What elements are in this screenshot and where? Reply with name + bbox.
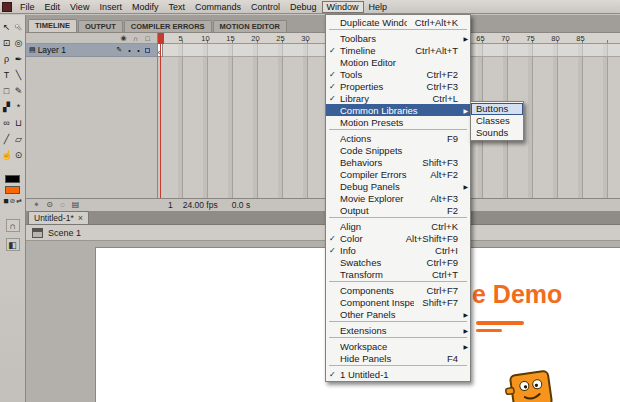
outline-icon[interactable]: □ <box>143 35 152 42</box>
menu-item-movie-explorer[interactable]: Movie ExplorerAlt+F3 <box>326 192 470 204</box>
submenu-item-buttons[interactable]: Buttons <box>471 103 523 115</box>
deco-tool[interactable]: * <box>13 100 25 113</box>
menu-item-timeline[interactable]: ✓TimelineCtrl+Alt+T <box>326 44 470 56</box>
scene-breadcrumb[interactable]: Scene 1 <box>48 228 81 238</box>
bone-tool[interactable]: ∞ <box>1 116 13 129</box>
lock-icon[interactable]: ∩ <box>131 35 140 42</box>
line-tool[interactable]: ╲ <box>13 68 25 81</box>
panel-tab-output[interactable]: OUTPUT <box>78 20 123 32</box>
menu-item-duplicate-window[interactable]: Duplicate WindowCtrl+Alt+K <box>326 16 470 28</box>
panel-tab-motion-editor[interactable]: MOTION EDITOR <box>213 20 287 32</box>
frame-rate-value[interactable]: 24.00 fps <box>183 200 218 210</box>
brush-tool[interactable]: ▞ <box>1 100 13 113</box>
menu-item-actions[interactable]: ActionsF9 <box>326 132 470 144</box>
swap-colors-icon[interactable]: ⇄ <box>16 197 21 205</box>
selection-tool[interactable]: ↖ <box>1 20 13 33</box>
ruler-number: 15 <box>218 34 243 43</box>
eraser-tool[interactable]: ▱ <box>13 132 25 145</box>
playhead-handle[interactable] <box>158 33 164 44</box>
color-swatches: ◼⊘⇄ <box>0 175 25 205</box>
layer-lock-dot[interactable]: • <box>134 47 143 54</box>
pencil-tool[interactable]: ✎ <box>13 84 25 97</box>
timeline-layer-row[interactable]: ▤ Layer 1 ✎ • • <box>26 44 157 57</box>
paint-bucket-tool[interactable]: ⊔ <box>13 116 25 129</box>
menu-item-workspace[interactable]: Workspace▶ <box>326 340 470 352</box>
onion-skin-outlines-icon[interactable]: ◌ <box>56 200 69 210</box>
panel-tab-compiler-errors[interactable]: COMPILER ERRORS <box>124 20 212 32</box>
menu-item-toolbars[interactable]: Toolbars▶ <box>326 32 470 44</box>
subselection-tool[interactable]: ↖ <box>13 20 25 33</box>
lasso-tool[interactable]: ρ <box>1 52 13 65</box>
menubar-item-insert[interactable]: Insert <box>94 1 127 13</box>
pen-tool[interactable]: ✒ <box>13 52 25 65</box>
menu-item-output[interactable]: OutputF2 <box>326 204 470 216</box>
menu-item-code-snippets[interactable]: Code Snippets <box>326 144 470 156</box>
show-hide-icon[interactable]: ◉ <box>119 34 128 42</box>
menu-item-extensions[interactable]: Extensions▶ <box>326 324 470 336</box>
menu-item-behaviors[interactable]: BehaviorsShift+F3 <box>326 156 470 168</box>
menu-item-info[interactable]: ✓InfoCtrl+I <box>326 244 470 256</box>
menu-item-other-panels[interactable]: Other Panels▶ <box>326 308 470 320</box>
3d-rotation-tool[interactable]: ◎ <box>13 36 25 49</box>
menu-item-label: Debug Panels <box>340 181 450 192</box>
menu-item-shortcut: Ctrl+F2 <box>427 69 458 80</box>
menu-item-transform[interactable]: TransformCtrl+T <box>326 268 470 280</box>
menubar-item-help[interactable]: Help <box>364 1 393 13</box>
rectangle-tool[interactable]: □ <box>1 84 13 97</box>
center-frame-icon[interactable]: ⌖ <box>30 200 43 210</box>
menu-item-properties[interactable]: ✓PropertiesCtrl+F3 <box>326 80 470 92</box>
no-color-icon[interactable]: ⊘ <box>10 197 15 205</box>
menubar-item-control[interactable]: Control <box>246 1 285 13</box>
menubar-item-window[interactable]: Window <box>322 1 364 13</box>
free-transform-tool[interactable]: ⊡ <box>1 36 13 49</box>
menu-item-hide-panels[interactable]: Hide PanelsF4 <box>326 352 470 364</box>
menu-item-motion-presets[interactable]: Motion Presets <box>326 116 470 128</box>
menu-item-component-inspector[interactable]: Component InspectorShift+F7 <box>326 296 470 308</box>
menu-item-debug-panels[interactable]: Debug Panels▶ <box>326 180 470 192</box>
layer-visibility-dot[interactable]: • <box>125 47 134 54</box>
eyedropper-tool[interactable]: ╱ <box>1 132 13 145</box>
menubar-item-file[interactable]: File <box>15 1 40 13</box>
menu-item-1-untitled-1[interactable]: ✓1 Untitled-1 <box>326 368 470 380</box>
submenu-item-sounds[interactable]: Sounds <box>471 127 523 139</box>
menu-item-compiler-errors[interactable]: Compiler ErrorsAlt+F2 <box>326 168 470 180</box>
submenu-item-classes[interactable]: Classes <box>471 115 523 127</box>
mascot-graphic <box>502 367 562 402</box>
snap-to-objects-button[interactable]: ∩ <box>6 219 20 232</box>
menu-item-shortcut: Alt+F2 <box>430 169 458 180</box>
default-colors-icon[interactable]: ◼ <box>3 197 8 205</box>
text-tool[interactable]: T <box>1 68 13 81</box>
onion-skin-icon[interactable]: ⊙ <box>43 200 56 210</box>
edit-multiple-frames-icon[interactable]: ▤ <box>69 200 82 210</box>
check-icon: ✓ <box>329 370 340 379</box>
menu-item-motion-editor[interactable]: Motion Editor <box>326 56 470 68</box>
document-tab[interactable]: Untitled-1* × <box>28 211 89 224</box>
menubar-item-view[interactable]: View <box>65 1 94 13</box>
menu-item-color[interactable]: ✓ColorAlt+Shift+F9 <box>326 232 470 244</box>
menu-item-swatches[interactable]: SwatchesCtrl+F9 <box>326 256 470 268</box>
menubar-item-edit[interactable]: Edit <box>40 1 66 13</box>
menu-item-label: Motion Editor <box>340 57 450 68</box>
menu-item-tools[interactable]: ✓ToolsCtrl+F2 <box>326 68 470 80</box>
layer-outline-color[interactable] <box>145 48 150 53</box>
tool-option-button[interactable]: ◧ <box>6 238 20 251</box>
panel-tab-timeline[interactable]: TIMELINE <box>28 19 77 32</box>
menu-item-components[interactable]: ComponentsCtrl+F7 <box>326 284 470 296</box>
stroke-color-swatch[interactable] <box>5 175 20 183</box>
close-icon[interactable]: × <box>78 213 83 223</box>
fill-color-swatch[interactable] <box>5 186 20 194</box>
menubar-items: FileEditViewInsertModifyTextCommandsCont… <box>15 1 392 13</box>
menubar-item-commands[interactable]: Commands <box>190 1 246 13</box>
zoom-tool[interactable]: ⊙ <box>13 148 25 161</box>
timeline-layers-section: ◉∩□ ▤ Layer 1 ✎ • • <box>26 33 158 198</box>
menu-item-align[interactable]: AlignCtrl+K <box>326 220 470 232</box>
hand-tool[interactable]: ☝ <box>1 148 13 161</box>
menubar-item-debug[interactable]: Debug <box>285 1 322 13</box>
menu-item-common-libraries[interactable]: Common Libraries▶ <box>326 104 470 116</box>
menubar-item-text[interactable]: Text <box>163 1 190 13</box>
ruler-number: 10 <box>193 34 218 43</box>
menu-item-library[interactable]: ✓LibraryCtrl+L <box>326 92 470 104</box>
timeline-status-icons: ⌖⊙◌▤ <box>30 200 82 210</box>
check-icon: ✓ <box>329 246 340 255</box>
menubar-item-modify[interactable]: Modify <box>127 1 164 13</box>
